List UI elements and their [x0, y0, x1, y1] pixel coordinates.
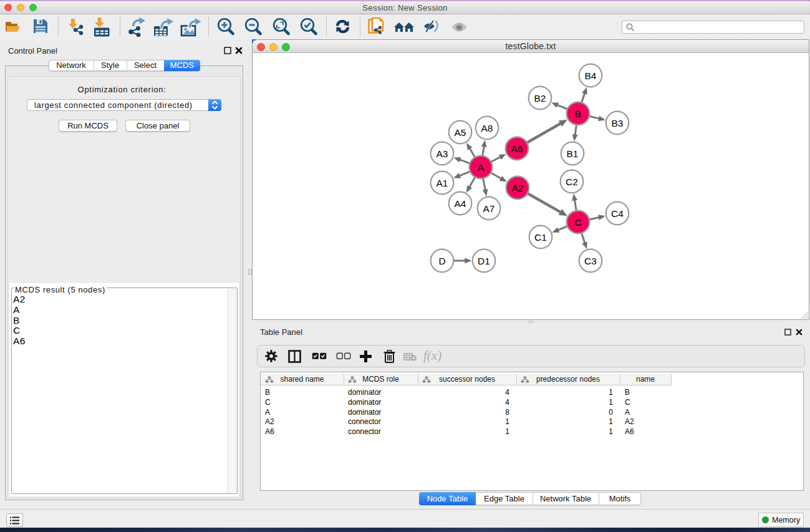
svg-text:A6: A6 [511, 143, 523, 154]
svg-text:C3: C3 [584, 256, 597, 266]
svg-text:B4: B4 [585, 70, 597, 81]
svg-text:B3: B3 [612, 118, 624, 128]
svg-text:A2: A2 [512, 183, 524, 193]
svg-text:B2: B2 [534, 93, 546, 104]
svg-text:A: A [478, 162, 485, 173]
svg-text:C: C [574, 217, 581, 228]
svg-text:D: D [438, 256, 445, 266]
svg-text:A3: A3 [436, 148, 448, 159]
svg-text:C4: C4 [611, 208, 624, 219]
svg-text:A8: A8 [481, 123, 493, 133]
svg-text:A4: A4 [455, 198, 466, 209]
svg-text:A5: A5 [455, 127, 466, 138]
svg-text:B1: B1 [567, 148, 579, 159]
svg-text:D1: D1 [478, 256, 490, 266]
svg-text:C1: C1 [534, 232, 547, 243]
svg-text:A1: A1 [436, 178, 448, 188]
svg-text:A7: A7 [483, 203, 495, 214]
svg-text:C2: C2 [566, 177, 578, 187]
svg-text:B: B [575, 109, 581, 119]
